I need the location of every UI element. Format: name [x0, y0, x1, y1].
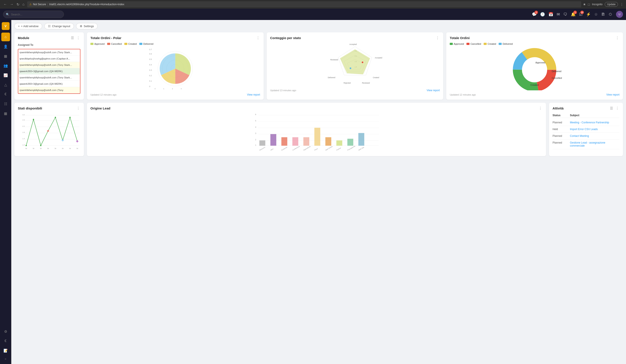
- module-list-icon[interactable]: ☰: [71, 36, 74, 40]
- svg-text:Cancelled: Cancelled: [552, 77, 562, 79]
- module-row-highlighted[interactable]: rpwmhtkhenpbfqhssp@sdvft.com (Tony Stark…: [18, 62, 80, 68]
- sidebar-item-users[interactable]: 👥: [1, 61, 10, 70]
- svg-point-32: [362, 62, 363, 63]
- home-browser-button[interactable]: ⌂: [22, 2, 25, 7]
- refresh-button[interactable]: ↻: [16, 2, 20, 7]
- svg-text:3: 3: [255, 132, 256, 134]
- stati-more-icon[interactable]: ⋮: [76, 106, 80, 110]
- forward-button[interactable]: →: [9, 2, 14, 7]
- sidebar-item-alerts[interactable]: △: [1, 80, 10, 89]
- user-avatar[interactable]: U: [616, 11, 623, 18]
- clock-icon-badge[interactable]: ⏲: [609, 12, 613, 17]
- sidebar-logo: V: [2, 22, 9, 30]
- svg-rect-83: [259, 140, 265, 146]
- change-layout-button[interactable]: ☷ Change layout: [44, 23, 74, 29]
- svg-text:3d: 3d: [33, 148, 34, 149]
- settings-button[interactable]: ⚙ Settings: [76, 23, 98, 29]
- module-widget: Module ☰ ⋮ Assigned To rpwmhtkhenpbfqhss…: [14, 32, 84, 100]
- svg-rect-87: [304, 137, 309, 146]
- attivita-list-icon[interactable]: ☰: [610, 106, 613, 110]
- svg-text:3d: 3d: [69, 148, 71, 149]
- sidebar-item-table[interactable]: ☷: [1, 100, 10, 108]
- svg-point-61: [69, 117, 71, 118]
- svg-text:2.6: 2.6: [22, 119, 25, 121]
- bookmark-icon[interactable]: ★: [583, 2, 586, 6]
- content-area: + + Add window ☷ Change layout ⚙ Setting…: [11, 20, 626, 364]
- polar-more-icon[interactable]: ⋮: [256, 36, 260, 40]
- donut-more-icon[interactable]: ⋮: [615, 36, 620, 40]
- activity-row-3: Planned Gestione Lead - assegnazione com…: [552, 140, 620, 149]
- sidebar-item-grid[interactable]: ▦: [1, 52, 10, 60]
- docs-icon-badge[interactable]: 🖹: [601, 12, 605, 17]
- attivita-title: Attività: [552, 107, 564, 110]
- calendar-icon-badge[interactable]: 📅: [548, 12, 553, 17]
- notifications-icon-badge[interactable]: 🔔 1: [571, 12, 576, 17]
- svg-text:Approved: Approved: [535, 61, 545, 64]
- sidebar-item-settings[interactable]: ⚙: [1, 327, 10, 336]
- calendar-icon: 📅: [548, 12, 553, 16]
- module-row[interactable]: qneclklqelozjhxwhg@pptrvv.com (Capitan A…: [18, 56, 80, 62]
- module-row-highlighted-bottom[interactable]: rpwmhtkhenpbfqhssp@sdvft.com (Tony: [18, 87, 80, 93]
- donut-updated: Updated 12 minutes ago: [450, 93, 476, 96]
- svg-text:0.2: 0.2: [149, 74, 152, 77]
- donut-view-report[interactable]: View report: [606, 93, 620, 96]
- svg-point-55: [26, 145, 27, 146]
- module-more-icon[interactable]: ⋮: [76, 36, 80, 40]
- sidebar: V ⌂ 👤 ▦ 👥 📈 △ € ☷ ▦ ⚙: [0, 20, 11, 364]
- sidebar-item-reports[interactable]: 📈: [1, 71, 10, 79]
- lightning-icon-badge[interactable]: ⚡: [586, 12, 591, 17]
- add-window-button[interactable]: + + Add window: [14, 23, 42, 29]
- module-table-header: Assigned To: [18, 42, 80, 48]
- users-icon: 👥: [3, 64, 8, 68]
- activity-row-2: Planned Contact Meeting: [552, 133, 620, 140]
- sidebar-item-billing[interactable]: €: [1, 337, 10, 345]
- lead-chart-title: Origine Lead: [90, 107, 110, 110]
- radar-chart-title: Conteggio per stato: [270, 36, 301, 40]
- chat-icon-badge[interactable]: 💬 2: [532, 12, 537, 17]
- sidebar-item-notes[interactable]: 📝: [1, 346, 10, 355]
- email-icon-badge[interactable]: ✉: [557, 12, 560, 17]
- sidebar-item-home[interactable]: ⌂: [1, 33, 10, 41]
- star-icon-badge[interactable]: ☆: [594, 12, 598, 17]
- module-row[interactable]: rpwmhtkhenpbfqhssp@sdvft.com (Tony Stark…: [18, 49, 80, 56]
- svg-text:Delivered: Delivered: [328, 77, 335, 79]
- attivita-more-icon[interactable]: ⋮: [615, 106, 620, 110]
- activity-subject-3[interactable]: Gestione Lead - assegnazione commerciale: [570, 141, 620, 147]
- plus-icon: +: [18, 25, 20, 28]
- radar-more-icon[interactable]: ⋮: [435, 36, 440, 40]
- menu-icon[interactable]: ⋮: [620, 2, 624, 6]
- table-icon: ☷: [4, 102, 7, 106]
- address-bar[interactable]: ⚠ Not Secure | trial01.vtecrm.net/41069/…: [27, 1, 581, 7]
- search-bar[interactable]: 🔍 Search...: [3, 11, 64, 18]
- lock-icon: ⚠: [29, 3, 32, 6]
- lead-more-icon[interactable]: ⋮: [538, 106, 543, 110]
- sidebar-item-modules[interactable]: ▦: [1, 109, 10, 118]
- history-icon-badge[interactable]: 🕐: [540, 12, 545, 17]
- update-button[interactable]: Update: [605, 2, 618, 7]
- svg-text:0.6: 0.6: [149, 53, 152, 55]
- sidebar-item-currency[interactable]: €: [1, 90, 10, 99]
- module-row[interactable]: qawerk393+3@gmail.com (QA WERK): [18, 81, 80, 87]
- activity-subject-2[interactable]: Contact Meeting: [570, 134, 620, 138]
- svg-text:0.3: 0.3: [149, 69, 152, 71]
- activity-subject-1[interactable]: Import Error CSV Leads: [570, 128, 620, 131]
- module-row[interactable]: rpwmhtkhenpbfqhssp@sdvft.com (Tony Stark…: [18, 74, 80, 81]
- gear-icon: ⚙: [80, 25, 82, 28]
- window-icon[interactable]: □: [588, 2, 590, 6]
- radar-view-report[interactable]: View report: [427, 89, 440, 92]
- svg-text:1.4: 1.4: [22, 138, 25, 140]
- svg-text:3d: 3d: [62, 148, 64, 149]
- activity-subject-0[interactable]: Meeting - Conference Partnership: [570, 121, 620, 124]
- polar-updated: Updated 12 minutes ago: [90, 93, 117, 96]
- person-icon: 👤: [3, 44, 8, 49]
- back-button[interactable]: ←: [2, 2, 8, 7]
- svg-point-58: [47, 130, 49, 132]
- sidebar-expand-button[interactable]: »: [1, 356, 10, 362]
- tasks-icon-badge[interactable]: ☑ 13: [579, 12, 583, 17]
- not-secure-label: Not Secure: [33, 3, 46, 6]
- polar-view-report[interactable]: View report: [247, 93, 260, 96]
- messages-icon-badge[interactable]: 🗨: [563, 12, 567, 17]
- polar-svg: 0 0.1 0.2 0.3 0.4 0.5 0.6 0.7 0 1 2 3: [90, 47, 260, 90]
- sidebar-item-contacts[interactable]: 👤: [1, 42, 10, 51]
- module-row-selected[interactable]: qawerk393+3@gmail.com (QA WERK): [18, 68, 80, 74]
